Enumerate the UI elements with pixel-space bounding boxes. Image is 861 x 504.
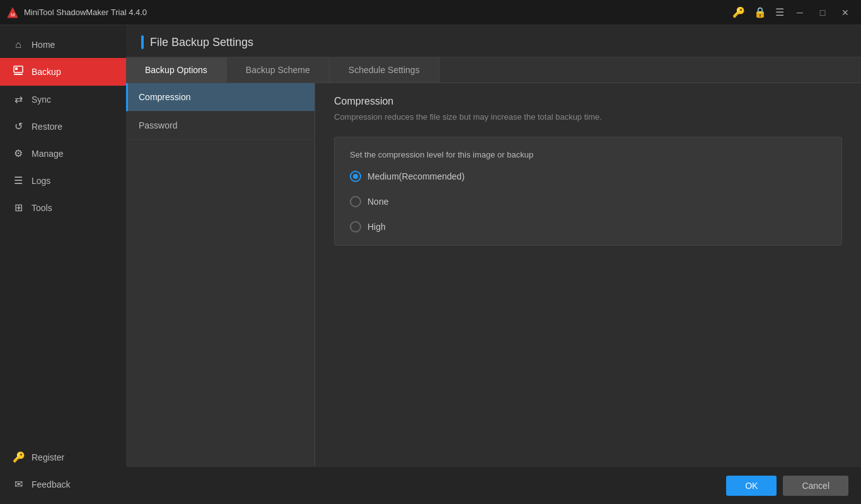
sidebar-item-logs-label: Logs [32,176,50,186]
titlebar-left: M MiniTool ShadowMaker Trial 4.4.0 [6,6,147,19]
page-title-accent [141,35,144,49]
ok-button[interactable]: OK [726,476,777,496]
sidebar-item-feedback-label: Feedback [32,479,70,490]
backup-icon [13,66,24,78]
sidebar-item-sync[interactable]: ⇄ Sync [0,86,126,113]
main-layout: ⌂ Home Backup ⇄ Sync ↺ Restore ⚙ Manage [0,25,861,504]
options-list: Compression Password [126,83,315,466]
radio-label-medium: Medium(Recommended) [367,171,465,181]
home-icon: ⌂ [13,39,24,50]
sidebar-item-logs[interactable]: ☰ Logs [0,167,126,194]
sidebar-item-backup-label: Backup [32,67,61,77]
svg-rect-4 [14,74,23,75]
radio-label-none: None [367,197,388,207]
sidebar-bottom: 🔑 Register ✉ Feedback [0,444,126,504]
titlebar-right: 🔑 🔒 ☰ ─ □ ✕ [730,3,855,22]
lock-icon[interactable]: 🔒 [751,5,769,20]
tab-bar: Backup Options Backup Scheme Schedule Se… [126,57,861,83]
compression-box: Set the compression level for this image… [334,137,842,246]
svg-rect-3 [15,67,18,70]
sync-icon: ⇄ [13,93,24,105]
sidebar-item-restore[interactable]: ↺ Restore [0,113,126,140]
feedback-icon: ✉ [13,478,24,490]
logs-icon: ☰ [13,175,24,186]
cancel-button[interactable]: Cancel [783,476,848,496]
sidebar-item-feedback[interactable]: ✉ Feedback [0,471,126,498]
radio-option-none[interactable]: None [350,196,826,207]
sidebar-item-manage-label: Manage [32,149,64,159]
page-header: File Backup Settings [126,25,861,57]
manage-icon: ⚙ [13,147,24,159]
sidebar-item-manage[interactable]: ⚙ Manage [0,140,126,167]
menu-icon[interactable]: ☰ [773,5,787,20]
sidebar-item-home[interactable]: ⌂ Home [0,32,126,58]
bottom-bar: OK Cancel [126,466,861,504]
page-title-bar: File Backup Settings [141,35,846,49]
radio-option-medium[interactable]: Medium(Recommended) [350,171,826,182]
tools-icon: ⊞ [13,202,24,214]
tab-schedule-settings[interactable]: Schedule Settings [330,57,439,83]
register-icon: 🔑 [13,451,24,463]
restore-icon: ↺ [13,120,24,132]
tab-backup-options[interactable]: Backup Options [126,57,227,83]
setting-description: Compression reduces the file size but ma… [334,112,842,122]
key-icon[interactable]: 🔑 [730,5,748,20]
settings-detail: Compression Compression reduces the file… [315,83,861,466]
radio-label-high: High [367,222,386,232]
sidebar: ⌂ Home Backup ⇄ Sync ↺ Restore ⚙ Manage [0,25,126,504]
minimize-button[interactable]: ─ [790,3,809,22]
app-logo: M [6,6,19,19]
option-item-compression[interactable]: Compression [126,83,315,112]
radio-circle-medium [350,171,361,182]
content-area: File Backup Settings Backup Options Back… [126,25,861,504]
sidebar-item-register[interactable]: 🔑 Register [0,444,126,471]
maximize-button[interactable]: □ [813,3,832,22]
close-button[interactable]: ✕ [836,3,855,22]
option-item-password[interactable]: Password [126,112,315,140]
radio-option-high[interactable]: High [350,221,826,232]
radio-circle-none [350,196,361,207]
sidebar-item-register-label: Register [32,452,64,462]
sidebar-item-tools-label: Tools [32,203,52,213]
sidebar-item-sync-label: Sync [32,94,51,105]
sidebar-item-backup[interactable]: Backup [0,58,126,86]
setting-title: Compression [334,96,842,107]
titlebar: M MiniTool ShadowMaker Trial 4.4.0 🔑 🔒 ☰… [0,0,861,25]
radio-circle-high [350,221,361,232]
app-title: MiniTool ShadowMaker Trial 4.4.0 [24,8,147,17]
sidebar-item-restore-label: Restore [32,122,62,132]
sidebar-item-home-label: Home [32,40,55,50]
svg-text:M: M [11,12,15,18]
page-title: File Backup Settings [150,36,253,49]
settings-panel: Compression Password Compression Compres… [126,83,861,466]
compression-box-label: Set the compression level for this image… [350,150,826,159]
sidebar-item-tools[interactable]: ⊞ Tools [0,194,126,221]
tab-backup-scheme[interactable]: Backup Scheme [227,57,330,83]
